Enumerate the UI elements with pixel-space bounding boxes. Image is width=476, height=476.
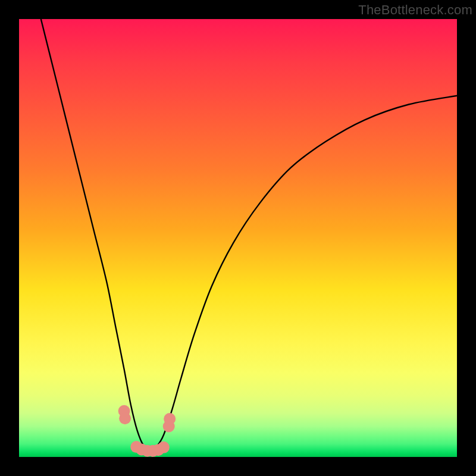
highlight-dot [164, 413, 176, 425]
plot-area [19, 19, 457, 457]
chart-frame: TheBottleneck.com [0, 0, 476, 476]
watermark-text: TheBottleneck.com [358, 2, 472, 18]
highlight-dots-group [118, 405, 176, 457]
highlight-dot [158, 441, 170, 453]
highlight-dot [119, 412, 131, 424]
bottleneck-curve [41, 19, 457, 450]
chart-svg [19, 19, 457, 457]
